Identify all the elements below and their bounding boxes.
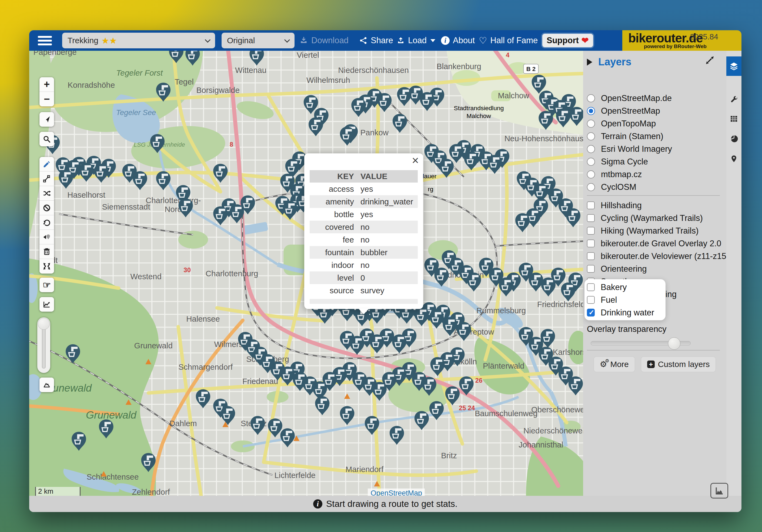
layer-attribution-link[interactable]: OpenStreetMap (370, 489, 422, 496)
draw-route-button[interactable] (39, 157, 54, 171)
tab-layers[interactable] (726, 56, 741, 76)
checkbox-icon[interactable] (587, 227, 595, 235)
info-icon: i (313, 499, 322, 508)
overlay-label: Orienteering (601, 264, 647, 274)
radio-icon[interactable] (587, 132, 595, 140)
load-button[interactable]: Load (397, 30, 435, 51)
overlay-transparency-label: Overlay transparency (587, 324, 667, 334)
base-layer-option[interactable]: mtbmap.cz (587, 168, 722, 181)
overlay-option[interactable]: Drinking water (587, 306, 654, 319)
svg-text:Johannisthal: Johannisthal (518, 440, 563, 449)
heart-outline-icon: ♡ (479, 36, 487, 45)
overlay-label: Cycling (Waymarked Trails) (601, 213, 703, 223)
about-button[interactable]: i About (441, 30, 475, 51)
svg-text:Blankenburg: Blankenburg (437, 62, 481, 71)
opacity-slider-vertical[interactable] (37, 317, 50, 373)
fit-route-button[interactable] (39, 259, 54, 274)
radio-icon[interactable] (587, 120, 595, 128)
elevation-profile-button[interactable] (710, 483, 728, 499)
radio-icon[interactable] (587, 107, 595, 115)
stats-chart-button[interactable] (39, 297, 54, 312)
hall-of-fame-button[interactable]: ♡ Hall of Fame (479, 30, 538, 51)
menu-button[interactable] (36, 33, 53, 47)
base-layer-label: OpenStreetMap (601, 106, 660, 116)
checkbox-icon[interactable] (587, 201, 595, 209)
svg-text:Tegeler See: Tegeler See (116, 108, 156, 117)
pointer-hand-button[interactable]: ☞ (39, 278, 54, 292)
svg-text:Wittenau: Wittenau (235, 66, 267, 75)
base-layer-option[interactable]: OpenStreetMap.de (587, 92, 722, 104)
overlay-option[interactable]: Cycling (Waymarked Trails) (587, 212, 722, 225)
zoom-in-button[interactable]: + (39, 77, 54, 92)
mountain-button[interactable] (39, 377, 54, 392)
zoom-out-button[interactable]: − (39, 92, 54, 106)
reverse-route-button[interactable] (39, 186, 54, 201)
slider-thumb[interactable] (668, 337, 680, 350)
overlay-option[interactable]: Hiking (Waymarked Trails) (587, 225, 722, 237)
checkbox-icon[interactable] (587, 239, 595, 247)
svg-text:Malchow: Malchow (498, 91, 530, 100)
slider-knob[interactable] (38, 318, 50, 330)
share-button[interactable]: Share (359, 30, 393, 51)
base-layer-option[interactable]: Terrain (Stamen) (587, 130, 722, 143)
svg-text:Halensee: Halensee (186, 315, 220, 323)
base-layer-option[interactable]: Esri World Imagery (587, 143, 722, 155)
svg-text:B 2: B 2 (526, 66, 536, 72)
base-layer-option[interactable]: CyclOSM (587, 181, 722, 193)
overlay-option[interactable]: Fuel (587, 294, 654, 306)
shuffle-icon (43, 189, 51, 197)
base-layer-option[interactable]: OpenTopoMap (587, 117, 722, 130)
overlay-option[interactable]: Bakery (587, 281, 654, 294)
tab-profile-editor[interactable] (726, 91, 741, 107)
support-button[interactable]: Support ❤ (542, 34, 593, 47)
checkbox-icon[interactable] (587, 214, 595, 222)
nogo-button[interactable] (39, 201, 54, 215)
logo[interactable]: bikerouter.de powered by BRouter-Web 202… (622, 30, 741, 51)
overlay-option[interactable]: Hillshading (587, 199, 722, 212)
search-button[interactable] (39, 132, 54, 146)
custom-layers-label: Custom layers (658, 360, 710, 369)
base-layer-option[interactable]: Sigma Cycle (587, 155, 722, 168)
custom-layers-button[interactable]: + Custom layers (641, 357, 716, 372)
tab-statistics[interactable] (726, 131, 741, 147)
profile-select[interactable]: Trekking ★★ (62, 33, 215, 48)
overlay-option[interactable]: bikerouter.de Veloviewer (z11-z15) (587, 250, 722, 262)
radio-icon[interactable] (587, 170, 595, 178)
radio-icon[interactable] (587, 158, 595, 166)
logo-subtitle: powered by BRouter-Web (644, 43, 707, 49)
delete-route-button[interactable] (39, 244, 54, 259)
download-button[interactable]: Download (299, 30, 348, 51)
tab-pois[interactable] (726, 151, 741, 167)
redo-loop-icon (43, 219, 51, 227)
hillshade-control (39, 377, 54, 392)
base-layer-option[interactable]: OpenStreetMap (587, 104, 722, 117)
checkbox-icon[interactable] (587, 296, 595, 304)
radio-icon[interactable] (587, 183, 595, 191)
svg-text:Friedenau: Friedenau (242, 377, 278, 386)
expand-panel-icon[interactable] (705, 55, 715, 65)
tab-data-table[interactable] (726, 111, 741, 127)
tag-row: indoorno (310, 259, 418, 271)
popup-close-button[interactable]: × (412, 154, 419, 167)
delete-last-point-button[interactable] (39, 230, 54, 244)
base-layer-list: OpenStreetMap.de OpenStreetMap OpenTopoM… (587, 92, 722, 193)
share-label: Share (371, 35, 393, 45)
draw-segment-button[interactable] (39, 171, 54, 186)
checkbox-icon[interactable] (587, 309, 595, 316)
svg-text:26: 26 (475, 377, 483, 384)
radio-icon[interactable] (587, 145, 595, 153)
locate-button[interactable] (39, 112, 54, 127)
chevron-down-icon (284, 37, 290, 42)
overlay-option[interactable]: Orienteering (587, 262, 722, 275)
collapse-triangle-icon[interactable] (587, 59, 592, 66)
elevation-chart-icon (715, 486, 724, 496)
radio-icon[interactable] (587, 94, 595, 102)
overlay-transparency-slider[interactable] (591, 341, 691, 345)
checkbox-icon[interactable] (587, 283, 595, 291)
more-button[interactable]: ⚙⚙ More (594, 357, 635, 372)
rerun-route-button[interactable] (39, 215, 54, 230)
checkbox-icon[interactable] (587, 265, 595, 273)
overlay-option[interactable]: bikerouter.de Gravel Overlay 2.0 (587, 237, 722, 250)
alternative-select[interactable]: Original (222, 33, 294, 48)
checkbox-icon[interactable] (587, 252, 595, 260)
